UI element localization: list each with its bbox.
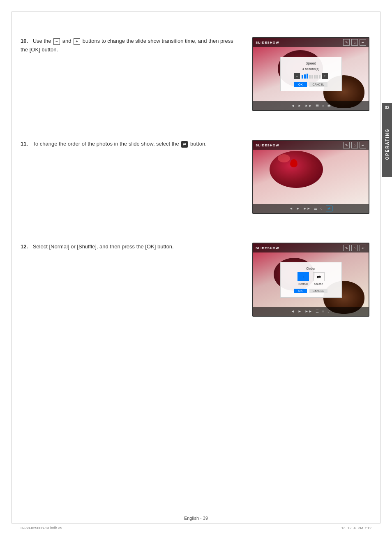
speed-dialog-value: 4 second(s) [286,67,336,71]
strawberry-11 [290,159,297,167]
step-11-number: 11. [21,141,28,147]
tv-btn-menu: ☰ [316,104,319,108]
tv-icon-edit-11: ✎ [343,142,350,148]
speed-cancel-button[interactable]: CANCEL [309,82,327,87]
step-11-text: 11. To change the order of the photos in… [21,140,252,148]
tv-icon-edit-12: ✎ [343,245,350,251]
tv-icon-back-12: ↩ [360,245,366,251]
chapter-label: OPERATING [385,128,390,160]
step-12-number: 12. [21,243,28,250]
normal-label: Normal [298,283,308,285]
step-12-section: 12. Select [Normal] or [Shuffle], and th… [21,230,371,317]
step-10-number: 10. [21,38,28,44]
tv-icon-back: ↩ [360,39,366,46]
tv-screen-10: SLIDESHOW ✎ ⌂ ↩ Speed 4 second( [252,37,369,111]
slider-minus-btn[interactable]: − [294,73,300,79]
tv-btn-play-11: ► [296,206,300,211]
speed-dialog-title: Speed [286,61,336,65]
step-10-desc: Use the − and + buttons to change the sl… [21,38,233,53]
tv-header-icons-10: ✎ ⌂ ↩ [343,39,366,46]
step-12-desc: Select [Normal] or [Shuffle], and then p… [33,243,174,250]
slideshow-label-12: SLIDESHOW [256,246,279,250]
normal-option[interactable]: → Normal [297,272,309,285]
tv-btn-circle-11: ○ [321,206,323,211]
order-dialog-buttons: OK CANCEL [286,289,336,293]
step-11-desc: To change the order of the photos in the… [32,141,206,147]
page-border-bottom [12,523,380,523]
minus-button-icon: − [53,38,60,45]
bar-7 [316,75,318,79]
page-number: English - 39 [184,516,208,521]
page-content: 10. Use the − and + buttons to change th… [21,21,371,514]
tv-btn-ff-11: ►► [303,206,311,211]
bar-4 [309,75,311,79]
step-11-image: SLIDESHOW ✎ ⌂ ↩ [252,140,371,214]
step-10-section: 10. Use the − and + buttons to change th… [21,25,371,111]
tv-btn-shuffle-12: ⇌ [327,309,331,313]
tv-btn-prev: ◄ [291,104,295,108]
tv-header-10: SLIDESHOW ✎ ⌂ ↩ [253,38,369,47]
slideshow-label-10: SLIDESHOW [256,41,279,44]
tv-btn-prev-12: ◄ [291,309,295,313]
order-dialog-box: Order → Normal ⇌ Shuffle [280,262,342,298]
shuffle-option[interactable]: ⇌ Shuffle [313,272,325,285]
tv-header-icons-11: ✎ ⌂ ↩ [343,142,366,148]
tv-icon-edit: ✎ [343,39,350,46]
tv-header-11: SLIDESHOW ✎ ⌂ ↩ [253,141,369,150]
tv-btn-menu-11: ☰ [314,206,317,211]
order-dialog-title: Order [286,266,336,271]
plus-button-icon: + [74,38,80,45]
page-border-right [380,12,380,523]
tv-btn-circle: ○ [322,104,324,108]
tv-footer-12: ◄ ► ►► ☰ ○ ⇌ [253,307,369,316]
bar-8 [319,75,321,79]
step-12-image: SLIDESHOW ✎ ⌂ ↩ Order [252,243,371,317]
tv-icon-home-12: ⌂ [351,245,358,251]
shuffle-icon-box: ⇌ [313,272,325,281]
jelly-circle-11 [270,151,323,188]
order-cancel-button[interactable]: CANCEL [309,289,327,293]
tv-btn-prev-11: ◄ [289,206,293,211]
tv-screen-12: SLIDESHOW ✎ ⌂ ↩ Order [252,243,369,317]
shuffle-label: Shuffle [314,283,323,285]
tv-btn-play-12: ► [298,309,302,313]
tv-btn-shuffle: ⇌ [327,104,331,108]
bar-3 [307,74,308,79]
order-ok-button[interactable]: OK [294,289,307,293]
tv-header-icons-12: ✎ ⌂ ↩ [343,245,366,251]
order-icons: → Normal ⇌ Shuffle [286,272,336,285]
doc-date: 13. 12. 4. PM 7:12 [341,526,371,530]
tv-btn-ff-12: ►► [305,309,312,313]
chapter-tab: OPERATING [382,111,392,177]
bar-1 [302,75,303,79]
bar-5 [311,75,313,79]
tv-btn-play: ► [298,104,302,108]
tv-icon-back-11: ↩ [360,142,366,148]
step-12-text: 12. Select [Normal] or [Shuffle], and th… [21,243,252,251]
order-dialog: Order → Normal ⇌ Shuffle [253,252,369,307]
bar-6 [314,75,316,79]
tv-screen-11: SLIDESHOW ✎ ⌂ ↩ [252,140,369,214]
jelly-highlight-11 [278,154,290,162]
doc-footer: DA68-02500B-13.indb 39 13. 12. 4. PM 7:1… [21,526,371,530]
slider-plus-btn[interactable]: + [322,73,328,79]
tv-footer-11: ◄ ► ►► ☰ ○ ⇌ [253,204,369,213]
page-footer: English - 39 [0,516,392,521]
speed-dialog: Speed 4 second(s) − [253,47,369,101]
slider-bars [302,74,321,79]
step-10-text: 10. Use the − and + buttons to change th… [21,37,252,54]
tv-btn-circle-12: ○ [322,309,324,313]
doc-id: DA68-02500B-13.indb 39 [21,526,62,530]
slideshow-label-11: SLIDESHOW [256,144,279,147]
speed-dialog-buttons: OK CANCEL [286,82,336,87]
shuffle-icon-inline: ⇌ [181,141,188,148]
normal-icon-box: → [297,272,309,281]
page-border-top [12,12,380,12]
speed-slider: − + [286,73,336,79]
tv-btn-shuffle-11[interactable]: ⇌ [326,206,332,211]
page-border-left [12,12,12,523]
tv-btn-menu-12: ☰ [316,309,319,313]
chapter-number: 02 [382,103,392,112]
tv-icon-home-11: ⌂ [351,142,358,148]
speed-ok-button[interactable]: OK [294,82,307,87]
